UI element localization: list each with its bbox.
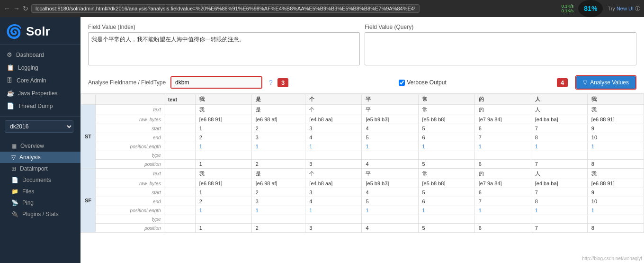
- table-area[interactable]: text 我 是 个 平 常 的 人 我 STtext我是个平常的人我raw_b…: [80, 94, 644, 263]
- ping-icon: 📡: [11, 200, 18, 206]
- core-nav-documents-label: Documents: [22, 177, 51, 183]
- field-index-textarea[interactable]: 我是个平常的人，我不能盼望在人海中值得你一转眼的注意。: [88, 32, 360, 65]
- java-properties-icon: ☕: [7, 90, 14, 97]
- analyse-values-button[interactable]: ▽ Analyse Values: [576, 76, 635, 89]
- core-nav-documents[interactable]: 📄 Documents: [0, 174, 80, 186]
- core-admin-icon: 🗄: [7, 77, 13, 84]
- sidebar-item-core-admin-label: Core Admin: [17, 77, 46, 84]
- col-header-label: [96, 94, 164, 105]
- core-nav-plugins-label: Plugins / Stats: [22, 211, 59, 218]
- plugins-icon: 🔌: [11, 211, 18, 218]
- field-inputs-row: Field Value (Index) 我是个平常的人，我不能盼望在人海中值得你…: [80, 17, 644, 72]
- core-nav-ping[interactable]: 📡 Ping: [0, 197, 80, 209]
- verbose-checkbox[interactable]: [399, 80, 405, 86]
- core-nav-plugins[interactable]: 🔌 Plugins / Stats: [0, 209, 80, 220]
- files-icon: 📁: [11, 188, 18, 195]
- controls-row: Analyse Fieldname / FieldType dkbm ? 3 V…: [80, 72, 644, 94]
- core-nav-files-label: Files: [22, 188, 34, 195]
- core-nav-dataimport[interactable]: ⊞ Dataimport: [0, 163, 80, 174]
- analysis-icon: ▽: [11, 154, 16, 161]
- core-select[interactable]: dk2016: [5, 120, 73, 133]
- browser-nav: ← → ↻: [4, 4, 420, 13]
- col-header-6: 的: [474, 94, 531, 105]
- col-header-0: text: [164, 94, 195, 105]
- verbose-label: Verbose Output: [407, 79, 446, 86]
- address-bar[interactable]: [31, 4, 420, 13]
- core-nav-dataimport-label: Dataimport: [20, 165, 48, 172]
- analyse-fieldname-label: Analyse Fieldname / FieldType: [88, 79, 166, 86]
- core-nav: ▦ Overview ▽ Analysis ⊞ Dataimport 📄 Doc…: [0, 138, 80, 222]
- core-nav-overview-label: Overview: [20, 143, 44, 149]
- col-header-8: 我: [587, 94, 644, 105]
- core-nav-analysis[interactable]: ▽ Analysis: [0, 152, 80, 163]
- browser-right: 0.1K/s 0.1K/s 81% Try New UI ⓘ: [562, 0, 640, 17]
- info-icon[interactable]: ⓘ: [635, 6, 640, 11]
- sidebar-item-java-properties[interactable]: ☕ Java Properties: [0, 87, 80, 100]
- sidebar-item-java-properties-label: Java Properties: [18, 90, 57, 97]
- solr-logo-icon: 🌀: [6, 24, 22, 39]
- sidebar: 🌀 Solr ⚙ Dashboard 📋 Logging 🗄 Core Admi…: [0, 17, 80, 263]
- try-new-ui-text: Try New UI ⓘ: [608, 5, 640, 12]
- dataimport-icon: ⊞: [11, 165, 16, 172]
- sidebar-nav: ⚙ Dashboard 📋 Logging 🗄 Core Admin ☕ Jav…: [0, 45, 80, 117]
- help-icon[interactable]: ?: [269, 79, 273, 86]
- logging-icon: 📋: [7, 64, 14, 71]
- filter-icon: ▽: [583, 79, 587, 86]
- app-layout: 🌀 Solr ⚙ Dashboard 📋 Logging 🗄 Core Admi…: [0, 17, 644, 263]
- sidebar-item-dashboard[interactable]: ⚙ Dashboard: [0, 48, 80, 61]
- badge-3: 3: [277, 78, 288, 87]
- field-index-group: Field Value (Index) 我是个平常的人，我不能盼望在人海中值得你…: [88, 24, 360, 67]
- col-header-7: 人: [531, 94, 587, 105]
- field-query-textarea[interactable]: [365, 32, 636, 65]
- reload-button[interactable]: ↻: [23, 5, 28, 12]
- field-query-label: Field Value (Query): [365, 24, 636, 30]
- fieldname-select[interactable]: dkbm: [171, 77, 261, 88]
- documents-icon: 📄: [11, 177, 18, 183]
- overview-icon: ▦: [11, 143, 17, 149]
- core-nav-overview[interactable]: ▦ Overview: [0, 140, 80, 152]
- core-nav-files[interactable]: 📁 Files: [0, 186, 80, 197]
- back-button[interactable]: ←: [4, 5, 10, 12]
- core-nav-analysis-label: Analysis: [19, 154, 41, 161]
- verbose-output-group: Verbose Output: [399, 79, 446, 86]
- main-content: Field Value (Index) 我是个平常的人，我不能盼望在人海中值得你…: [80, 17, 644, 263]
- sidebar-item-thread-dump-label: Thread Dump: [18, 103, 53, 109]
- dashboard-icon: ⚙: [7, 51, 12, 58]
- col-header-2: 是: [251, 94, 305, 105]
- analyse-btn-wrap: ▽ Analyse Values: [575, 75, 636, 90]
- badge-4: 4: [557, 78, 568, 87]
- col-header-5: 常: [418, 94, 474, 105]
- sidebar-item-logging-label: Logging: [18, 64, 38, 71]
- logo-text: Solr: [26, 24, 50, 39]
- analysis-table: text 我 是 个 平 常 的 人 我 STtext我是个平常的人我raw_b…: [80, 94, 644, 233]
- field-query-group: Field Value (Query): [365, 24, 636, 67]
- new-ui-link[interactable]: New UI: [617, 6, 634, 11]
- fieldname-select-wrap: dkbm: [170, 76, 262, 89]
- sidebar-item-thread-dump[interactable]: 📄 Thread Dump: [0, 100, 80, 112]
- thread-dump-icon: 📄: [7, 102, 14, 109]
- col-header-1: 我: [195, 94, 251, 105]
- watermark: http://blog.csdn.net/wohaqiyf: [582, 256, 642, 261]
- field-index-label: Field Value (Index): [88, 24, 360, 30]
- browser-chrome: ← → ↻ 0.1K/s 0.1K/s 81% Try New UI ⓘ: [0, 0, 644, 17]
- gauge-widget: 81%: [578, 0, 603, 17]
- forward-button[interactable]: →: [13, 5, 20, 12]
- core-nav-ping-label: Ping: [22, 200, 34, 206]
- sidebar-item-core-admin[interactable]: 🗄 Core Admin: [0, 74, 80, 87]
- col-header-4: 平: [362, 94, 418, 105]
- sidebar-item-dashboard-label: Dashboard: [16, 52, 44, 58]
- col-header-st: [81, 94, 96, 105]
- speed-display: 0.1K/s 0.1K/s: [562, 4, 574, 13]
- core-selector: dk2016: [0, 117, 80, 136]
- sidebar-item-logging[interactable]: 📋 Logging: [0, 61, 80, 74]
- logo-area: 🌀 Solr: [0, 17, 80, 45]
- analyse-btn-label: Analyse Values: [590, 79, 629, 86]
- col-header-3: 个: [305, 94, 362, 105]
